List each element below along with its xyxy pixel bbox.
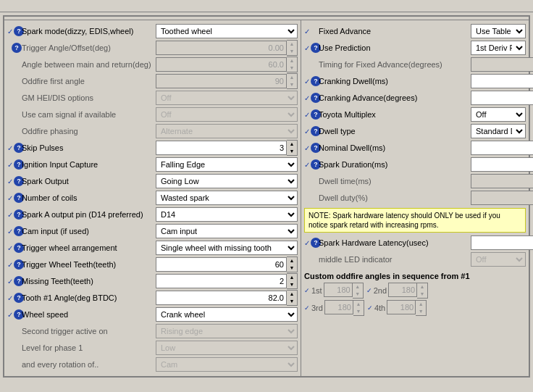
right-select-dwell-type[interactable]: Standard DwellFixed Dwell <box>471 124 526 138</box>
spin-up-trigger-teeth[interactable]: ▲ <box>287 257 297 264</box>
custom-title: Custom oddfire angles in sequence from #… <box>304 272 526 280</box>
select-ignition-input[interactable]: Falling EdgeRising Edge <box>156 157 298 172</box>
row-icons-num-coils: ✓? <box>7 193 22 203</box>
spin-down-trigger-angle[interactable]: ▼ <box>287 48 297 55</box>
select-trigger-wheel[interactable]: Single wheel with missing toothDual whee… <box>156 241 298 255</box>
right-icons-cranking-dwell: ✓? <box>304 76 319 86</box>
select-gm-hei[interactable]: OffOn <box>156 91 298 105</box>
right-label-dwell-type: Dwell type <box>319 127 471 135</box>
right-select-middle-led[interactable]: OffOn <box>471 252 526 267</box>
right-control-cranking-dwell: ▲▼ <box>471 73 533 89</box>
select-level-phase1[interactable]: LowHigh <box>156 341 298 355</box>
select-spark-mode[interactable]: Toothed wheelEDISDistributor <box>156 24 298 38</box>
custom-up-1st[interactable]: ▲ <box>353 283 363 291</box>
input-tooth1-angle[interactable] <box>156 291 287 305</box>
check-icon-wheel-speed: ✓ <box>7 311 13 318</box>
input-missing-teeth[interactable] <box>156 274 287 288</box>
spin-down-skip-pulses[interactable]: ▼ <box>287 148 297 155</box>
custom-down-3rd[interactable]: ▼ <box>353 308 364 315</box>
right-input-dwell-duty[interactable] <box>471 191 533 205</box>
select-spark-a-pin[interactable]: D14D15 <box>156 207 298 222</box>
help-icon-trigger-angle[interactable]: ? <box>12 43 22 53</box>
control-every-rotation: CamCrank <box>156 357 298 372</box>
spin-up-missing-teeth[interactable]: ▲ <box>287 274 297 281</box>
right-spin-dwell-duty: ▲▼ <box>471 190 533 206</box>
control-oddfire-first: ▲▼ <box>156 73 298 89</box>
spin-up-skip-pulses[interactable]: ▲ <box>287 141 297 148</box>
custom-down-2nd[interactable]: ▼ <box>417 291 427 298</box>
right-icons-spark-duration: ✓? <box>304 159 319 170</box>
right-select-fixed-advance[interactable]: Use TableFixed <box>471 24 526 38</box>
input-trigger-angle[interactable] <box>156 41 287 55</box>
custom-down-4th[interactable]: ▼ <box>416 308 426 315</box>
spin-skip-pulses: ▲▼ <box>156 140 298 156</box>
right-input-nominal-dwell[interactable] <box>471 141 533 155</box>
input-oddfire-first[interactable] <box>156 74 287 88</box>
right-icons-dwell-type: ✓? <box>304 126 319 136</box>
check-icon-missing-teeth: ✓ <box>7 278 13 285</box>
spin-up-angle-between[interactable]: ▲ <box>287 57 297 64</box>
spin-down-oddfire-first[interactable]: ▼ <box>287 81 297 88</box>
control-tooth1-angle: ▲▼ <box>156 290 298 306</box>
right-input-spark-hw-latency[interactable] <box>471 235 533 250</box>
right-input-dwell-time[interactable] <box>471 174 533 188</box>
right-row-nominal-dwell: ✓?Nominal Dwell(ms)▲▼ <box>304 140 526 156</box>
custom-up-3rd[interactable]: ▲ <box>353 301 364 308</box>
spin-up-tooth1-angle[interactable]: ▲ <box>287 291 297 298</box>
right-input-cranking-dwell[interactable] <box>471 74 533 88</box>
right-input-cranking-advance[interactable] <box>471 91 533 105</box>
select-every-rotation[interactable]: CamCrank <box>156 357 298 372</box>
custom-up-4th[interactable]: ▲ <box>416 301 426 308</box>
custom-down-1st[interactable]: ▼ <box>353 291 363 298</box>
spin-down-missing-teeth[interactable]: ▼ <box>287 281 297 288</box>
select-num-coils[interactable]: Wasted sparkSingle coilCoil per cylinder <box>156 191 298 205</box>
control-trigger-teeth: ▲▼ <box>156 257 298 272</box>
right-input-spark-duration[interactable] <box>471 157 533 172</box>
right-label-toyota-multiplex: Toyota Multiplex <box>319 110 471 119</box>
right-label-fixed-advance: Fixed Advance <box>319 27 471 36</box>
row-icons-ignition-input: ✓? <box>7 159 22 170</box>
custom-input-4th[interactable] <box>387 300 416 314</box>
select-use-cam[interactable]: OffOn <box>156 107 298 122</box>
select-wheel-speed[interactable]: Crank wheelCam wheel <box>156 307 298 322</box>
row-icons-spark-a-pin: ✓? <box>7 209 22 220</box>
spin-up-trigger-angle[interactable]: ▲ <box>287 41 297 48</box>
select-cam-input[interactable]: Cam inputNone <box>156 224 298 238</box>
control-ignition-input: Falling EdgeRising Edge <box>156 157 298 172</box>
right-label-timing-fixed: Timing for Fixed Advance(degrees) <box>319 60 471 69</box>
control-spark-a-pin: D14D15 <box>156 207 298 222</box>
select-second-trigger[interactable]: Rising edgeFalling edge <box>156 324 298 338</box>
select-spark-output[interactable]: Going LowGoing High <box>156 174 298 188</box>
input-trigger-teeth[interactable] <box>156 257 287 272</box>
control-level-phase1: LowHigh <box>156 341 298 355</box>
right-input-timing-fixed[interactable] <box>471 57 533 72</box>
left-row-wheel-speed: ✓?Wheel speedCrank wheelCam wheel <box>7 306 298 322</box>
input-skip-pulses[interactable] <box>156 141 287 155</box>
left-row-spark-a-pin: ✓?Spark A output pin (D14 preferred)D14D… <box>7 207 298 222</box>
custom-label-2nd: 2nd <box>374 286 387 295</box>
custom-input-3rd[interactable] <box>324 300 353 314</box>
select-oddfire-phasing[interactable]: AlternateSequential <box>156 124 298 138</box>
custom-input-2nd[interactable] <box>388 283 417 297</box>
custom-spin-2nd: ▲▼ <box>388 283 428 299</box>
right-select-use-prediction[interactable]: 1st Deriv PredictionNone <box>471 41 526 55</box>
check-icon-spark-a-pin: ✓ <box>7 211 13 218</box>
custom-input-1st[interactable] <box>324 283 353 297</box>
spin-down-trigger-teeth[interactable]: ▼ <box>287 264 297 272</box>
file-menu[interactable] <box>3 1 12 11</box>
label-missing-teeth: Missing Teeth(teeth) <box>22 277 156 285</box>
custom-up-2nd[interactable]: ▲ <box>417 283 427 291</box>
row-icons-tooth1-angle: ✓? <box>7 293 22 303</box>
left-row-skip-pulses: ✓?Skip Pulses▲▼ <box>7 140 298 156</box>
label-ignition-input: Ignition Input Capture <box>22 160 156 169</box>
right-row-timing-fixed: Timing for Fixed Advance(degrees)▲▼ <box>304 57 526 72</box>
spin-up-oddfire-first[interactable]: ▲ <box>287 74 297 81</box>
right-check-icon-spark-duration: ✓ <box>304 161 310 168</box>
input-angle-between[interactable] <box>156 57 287 72</box>
right-select-toyota-multiplex[interactable]: OffOn <box>471 107 526 122</box>
left-row-tooth1-angle: ✓?Tooth #1 Angle(deg BTDC)▲▼ <box>7 290 298 306</box>
spin-down-angle-between[interactable]: ▼ <box>287 64 297 72</box>
right-icons-nominal-dwell: ✓? <box>304 143 319 153</box>
left-row-second-trigger: Second trigger active onRising edgeFalli… <box>7 323 298 339</box>
spin-down-tooth1-angle[interactable]: ▼ <box>287 298 297 305</box>
